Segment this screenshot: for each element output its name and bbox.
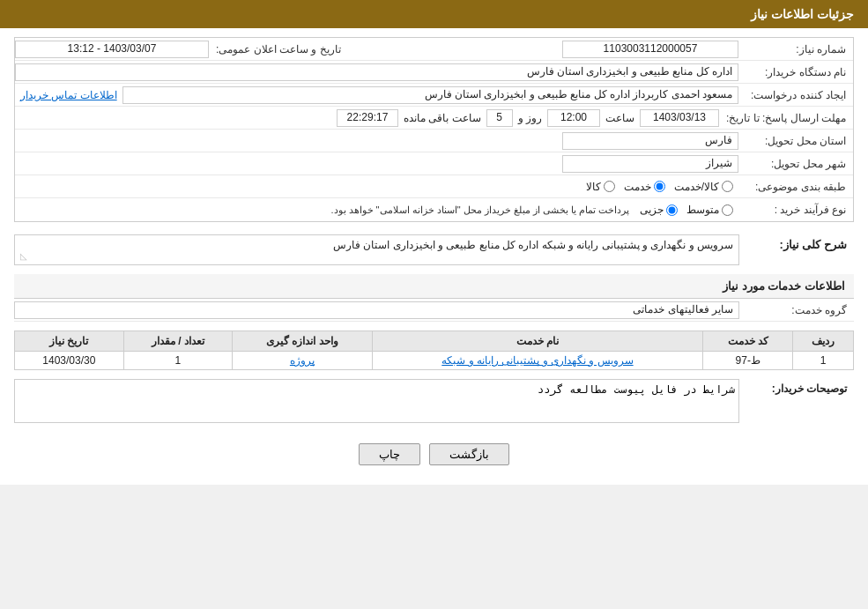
row-tabaqe: طبقه بندی موضوعی: کالا/خدمت خدمت کالا: [15, 175, 853, 198]
mohlat-date: 1403/03/13: [640, 109, 719, 127]
nooe-radio-group: متوسط جزیی: [634, 202, 738, 218]
radio-kala-khedmat-label: کالا/خدمت: [674, 181, 719, 193]
radio-khedmat-input[interactable]: [654, 181, 665, 192]
cell-kod: ط-97: [703, 352, 793, 370]
shomara-value: 1103003112000057: [562, 41, 738, 58]
tabaqe-radio-group: کالا/خدمت خدمت کالا: [581, 179, 738, 195]
nooe-farayand-label: نوع فرآیند خرید :: [738, 202, 853, 218]
table-header-row: ردیف کد خدمت نام خدمت واحد اندازه گیری ت…: [15, 331, 854, 352]
tabaqe-label: طبقه بندی موضوعی:: [738, 179, 853, 195]
radio-kala-input[interactable]: [604, 181, 615, 192]
tarikh-label: تاریخ و ساعت اعلان عمومی:: [209, 41, 348, 57]
mohlat-label: مهلت ارسال پاسخ: تا تاریخ:: [719, 110, 853, 126]
shahr-label: شهر محل تحویل:: [738, 156, 853, 172]
tosifat-label: توصیحات خریدار:: [739, 379, 854, 398]
col-kod: کد خدمت: [703, 331, 793, 352]
button-bar: بازگشت چاپ: [14, 434, 854, 471]
ijad-konande-value: مسعود احمدی کاربرداز اداره کل منابع طبیع…: [122, 86, 738, 104]
shahr-value: شیراز: [562, 155, 738, 173]
mohlat-roz: 5: [486, 109, 513, 127]
col-radif: ردیف: [793, 331, 854, 352]
row-mohlat: مهلت ارسال پاسخ: تا تاریخ: 1403/03/13 سا…: [15, 107, 853, 130]
tosifat-textarea[interactable]: [14, 379, 739, 423]
grooh-khedmat-row: گروه خدمت: سایر فعالیتهای خدماتی: [14, 299, 854, 322]
shomara-label: شماره نیاز:: [738, 41, 853, 57]
sharh-koli-text: سرویس و نگهداری و پشتیبانی رایانه و شبکه…: [333, 239, 733, 251]
ostan-label: استان محل تحویل:: [738, 133, 853, 149]
radio-khedmat-label: خدمت: [624, 181, 651, 193]
sharh-koli-label: شرح کلی نیاز:: [739, 234, 854, 255]
table-section: ردیف کد خدمت نام خدمت واحد اندازه گیری ت…: [14, 330, 854, 370]
mohlat-saat: 12:00: [547, 109, 600, 127]
cell-name: سرویس و نگهداری و پشتیبانی رایانه و شبکه: [372, 352, 703, 370]
khadamat-section-title: اطلاعات خدمات مورد نیاز: [14, 274, 854, 299]
row-ostan: استان محل تحویل: فارس: [15, 130, 853, 152]
tarikh-value: 1403/03/07 - 13:12: [15, 41, 209, 58]
cell-tarikh: 1403/03/30: [15, 352, 124, 370]
row-nooe-farayand: نوع فرآیند خرید : متوسط جزیی پرداخت تمام…: [15, 198, 853, 221]
col-tarikh: تاریخ نیاز: [15, 331, 124, 352]
radio-motevaset-label: متوسط: [686, 204, 719, 216]
main-content: شماره نیاز: 1103003112000057 تاریخ و ساع…: [0, 28, 868, 485]
row-shomara-tarikh: شماره نیاز: 1103003112000057 تاریخ و ساع…: [15, 38, 853, 61]
info-section: شماره نیاز: 1103003112000057 تاریخ و ساع…: [14, 37, 854, 222]
row-nam-dastgah: نام دستگاه خریدار: اداره کل منابع طبیعی …: [15, 61, 853, 84]
col-vahed: واحد اندازه گیری: [233, 331, 372, 352]
radio-jozii-label: جزیی: [640, 204, 664, 216]
col-tedaf: تعداد / مقدار: [123, 331, 233, 352]
table-row: 1 ط-97 سرویس و نگهداری و پشتیبانی رایانه…: [15, 352, 854, 370]
baqi-label: ساعت باقی مانده: [398, 110, 486, 126]
radio-kala-khedmat-input[interactable]: [722, 181, 733, 192]
tosifat-section: توصیحات خریدار:: [14, 379, 854, 426]
cell-tedaf: 1: [123, 352, 233, 370]
radio-motevaset-input[interactable]: [722, 204, 733, 216]
radio-jozii: جزیی: [640, 204, 678, 216]
page-wrapper: جزئیات اطلاعات نیاز شماره نیاز: 11030031…: [0, 0, 868, 485]
nam-dastgah-value: اداره کل منابع طبیعی و ابخیزداری استان ف…: [15, 63, 738, 81]
page-title: جزئیات اطلاعات نیاز: [751, 7, 854, 21]
mohlat-roz-label: روز و: [513, 110, 547, 126]
etelaat-tamas-link[interactable]: اطلاعات تماس خریدار: [15, 87, 122, 103]
page-header: جزئیات اطلاعات نیاز: [0, 0, 868, 28]
radio-kala-khedmat: کالا/خدمت: [674, 181, 733, 193]
radio-jozii-input[interactable]: [666, 204, 678, 216]
print-button[interactable]: چاپ: [359, 443, 420, 465]
mohlat-saat-label: ساعت: [600, 110, 640, 126]
services-table: ردیف کد خدمت نام خدمت واحد اندازه گیری ت…: [14, 330, 854, 370]
nooe-description: پرداخت تمام یا بخشی از مبلغ خریداز محل "…: [15, 203, 634, 218]
mohlat-baqi: 22:29:17: [337, 109, 398, 127]
radio-khedmat: خدمت: [624, 181, 665, 193]
cell-radif: 1: [793, 352, 854, 370]
col-name: نام خدمت: [372, 331, 703, 352]
radio-motevaset: متوسط: [686, 204, 733, 216]
sharh-koli-value: سرویس و نگهداری و پشتیبانی رایانه و شبکه…: [14, 234, 739, 265]
ijad-konande-label: ایجاد کننده درخواست:: [738, 87, 853, 103]
service-info-section: گروه خدمت: سایر فعالیتهای خدماتی: [14, 299, 854, 322]
nam-dastgah-label: نام دستگاه خریدار:: [738, 64, 853, 80]
row-ijad-konande: ایجاد کننده درخواست: مسعود احمدی کاربردا…: [15, 84, 853, 107]
grooh-khedmat-label: گروه خدمت:: [739, 302, 854, 318]
row-shahr: شهر محل تحویل: شیراز: [15, 152, 853, 175]
grooh-khedmat-value: سایر فعالیتهای خدماتی: [14, 301, 739, 319]
ostan-value: فارس: [562, 132, 738, 150]
sharh-koli-section: شرح کلی نیاز: سرویس و نگهداری و پشتیبانی…: [14, 231, 854, 269]
radio-kala: کالا: [586, 181, 615, 193]
radio-kala-label: کالا: [586, 181, 601, 193]
back-button[interactable]: بازگشت: [429, 443, 509, 465]
cell-vahed: پروژه: [233, 352, 372, 370]
